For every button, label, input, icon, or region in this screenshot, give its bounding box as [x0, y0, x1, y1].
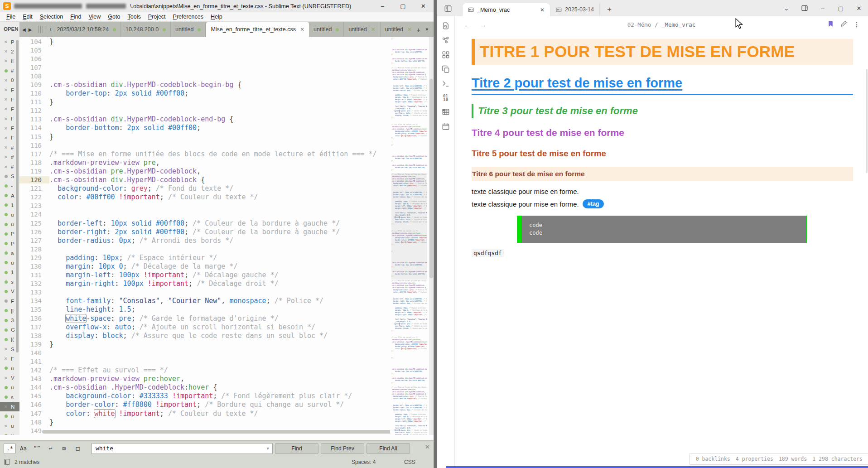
- tab-scroll-left-icon[interactable]: ◀: [22, 27, 26, 32]
- close-tab-icon[interactable]: ✕: [300, 27, 304, 32]
- menu-view[interactable]: View: [85, 14, 104, 20]
- code-line[interactable]: 148}: [19, 418, 390, 426]
- close-tab-icon[interactable]: ✕: [407, 27, 412, 32]
- close-file-icon[interactable]: ✕: [3, 126, 9, 131]
- open-file-item[interactable]: u: [0, 383, 19, 392]
- code-line[interactable]: 108: [19, 72, 390, 80]
- tab-overflow-icon[interactable]: ▼: [425, 27, 429, 32]
- tab-scroll-right-icon[interactable]: ▶: [29, 27, 32, 32]
- modified-dot-icon[interactable]: [3, 261, 9, 264]
- close-file-icon[interactable]: ✕: [3, 87, 9, 92]
- editor-tab[interactable]: untitled: [309, 22, 344, 37]
- code-line[interactable]: 112: [19, 106, 390, 115]
- close-button[interactable]: ✕: [850, 5, 868, 12]
- open-file-item[interactable]: u: [0, 411, 19, 421]
- code-line[interactable]: 146 border-color: #ff8800 !important; /*…: [19, 400, 390, 409]
- code-line[interactable]: 141: [19, 357, 390, 366]
- minimize-button[interactable]: –: [814, 5, 832, 12]
- left-sidebar-toggle-icon[interactable]: [443, 4, 453, 14]
- close-find-panel-icon[interactable]: ✕: [425, 444, 430, 450]
- tab-list-chevron-icon[interactable]: ⌄: [777, 5, 796, 12]
- code-line[interactable]: 113.cm-s-obsidian div.HyperMD-codeblock-…: [19, 115, 390, 124]
- syntax-mode[interactable]: CSS: [404, 459, 415, 465]
- code-line[interactable]: 133: [19, 288, 390, 297]
- chevron-down-icon[interactable]: ▼: [267, 446, 269, 451]
- menu-goto[interactable]: Goto: [104, 14, 124, 20]
- modified-dot-icon[interactable]: [3, 386, 9, 389]
- code-line[interactable]: 107: [19, 63, 390, 72]
- code-line[interactable]: 106: [19, 54, 390, 63]
- code-line[interactable]: 117/* === Mise en forme unifiée des bloc…: [19, 150, 390, 158]
- open-file-item[interactable]: ✕u: [0, 421, 19, 431]
- modified-dot-icon[interactable]: [3, 328, 9, 332]
- close-file-icon[interactable]: ✕: [3, 116, 9, 121]
- find-input[interactable]: white ▼: [92, 443, 273, 454]
- scrollbar-thumb[interactable]: [429, 79, 433, 278]
- editor-tab[interactable]: untitled✕: [381, 22, 412, 37]
- code-editor[interactable]: 104}105106107108109.cm-s-obsidian div.Hy…: [19, 37, 390, 435]
- terminal-icon[interactable]: [442, 80, 450, 88]
- modified-dot-icon[interactable]: [3, 338, 9, 341]
- editor-scrollbar[interactable]: [429, 37, 434, 435]
- close-file-icon[interactable]: ✕: [3, 347, 9, 352]
- modified-dot-icon[interactable]: [3, 232, 9, 236]
- close-tab-icon[interactable]: ✕: [371, 27, 376, 32]
- code-line[interactable]: 144.cm-s-obsidian .HyperMD-codeblock:hov…: [19, 383, 390, 392]
- editor-tab[interactable]: Mise_en_forme_titre_et_texte.css✕: [206, 22, 309, 37]
- tag-pill[interactable]: #tag: [583, 199, 604, 208]
- duplicate-note-icon[interactable]: [442, 65, 450, 73]
- in-selection-toggle-icon[interactable]: ⊡: [58, 443, 70, 454]
- close-file-icon[interactable]: ✕: [3, 135, 9, 140]
- code-line[interactable]: 147 color: white !important; /* Couleur …: [19, 409, 390, 418]
- code-line[interactable]: 120.cm-s-obsidian div.HyperMD-codeblock …: [19, 176, 390, 184]
- code-line[interactable]: 131 margin-left: 100px !important; /* Dé…: [19, 271, 390, 280]
- editor-tab[interactable]: untitled: [171, 22, 206, 37]
- code-line[interactable]: 104}: [19, 37, 390, 46]
- editor-tab[interactable]: 2025/03/12 10:59:24: [52, 22, 121, 37]
- binary-converter-icon[interactable]: 0110: [443, 94, 448, 101]
- modified-dot-icon[interactable]: [3, 415, 9, 418]
- menu-find[interactable]: Find: [67, 14, 85, 20]
- menu-tools[interactable]: Tools: [124, 14, 144, 20]
- tab-2025-03-14[interactable]: 2025-03-14: [550, 3, 600, 16]
- bookmark-icon[interactable]: [827, 20, 834, 29]
- canvas-icon[interactable]: [442, 51, 450, 59]
- code-line[interactable]: 129 padding: 10px; /* Espace intérieur *…: [19, 253, 390, 262]
- modified-dot-icon[interactable]: [3, 396, 9, 399]
- modified-dot-icon[interactable]: [3, 434, 9, 435]
- new-tab-button[interactable]: +: [600, 3, 619, 16]
- code-line[interactable]: 127 border-radius: 0px; /* Arrondi des b…: [19, 236, 390, 245]
- open-file-item[interactable]: ✕V: [0, 373, 19, 383]
- modified-dot-icon[interactable]: [3, 213, 9, 216]
- indent-setting[interactable]: Spaces: 4: [352, 459, 376, 465]
- maximize-button[interactable]: ▢: [393, 0, 413, 12]
- open-file-item[interactable]: ✕F: [0, 354, 19, 363]
- code-line[interactable]: 139}: [19, 340, 390, 348]
- editor-tab[interactable]: untitled✕: [344, 22, 380, 37]
- whole-word-toggle-icon[interactable]: “”: [31, 443, 43, 454]
- menu-file[interactable]: File: [3, 14, 19, 20]
- panel-toggle-icon[interactable]: [4, 459, 10, 465]
- editor-tab[interactable]: ul: [48, 22, 52, 37]
- menu-edit[interactable]: Edit: [19, 14, 36, 20]
- code-line[interactable]: 130 margin: 10px 0; /* Décalage de la ma…: [19, 262, 390, 270]
- close-tab-icon[interactable]: ✕: [540, 7, 545, 13]
- modified-dot-icon[interactable]: [3, 203, 9, 207]
- code-line[interactable]: 110 border-top: 2px solid #00ff00;: [19, 89, 390, 98]
- code-line[interactable]: 134 font-family: "Consolas", "Courier Ne…: [19, 297, 390, 305]
- content-scrollbar[interactable]: [866, 69, 868, 173]
- code-line[interactable]: 126 border-right: 2px solid #00ff00; /* …: [19, 227, 390, 236]
- breadcrumb[interactable]: 02-Mémo / _Memo_vrac: [455, 21, 868, 28]
- menu-selection[interactable]: Selection: [36, 14, 67, 20]
- code-line[interactable]: 105: [19, 46, 390, 54]
- open-file-item[interactable]: u: [0, 363, 19, 373]
- modified-dot-icon[interactable]: [3, 319, 9, 322]
- close-file-icon[interactable]: ✕: [3, 106, 9, 111]
- modified-dot-icon[interactable]: [3, 175, 9, 178]
- quick-switcher-icon[interactable]: [442, 22, 450, 30]
- menu-project[interactable]: Project: [145, 14, 169, 20]
- close-button[interactable]: ✕: [413, 0, 434, 12]
- close-file-icon[interactable]: ✕: [3, 376, 9, 381]
- close-file-icon[interactable]: ✕: [3, 58, 9, 63]
- open-file-item[interactable]: v: [0, 431, 19, 435]
